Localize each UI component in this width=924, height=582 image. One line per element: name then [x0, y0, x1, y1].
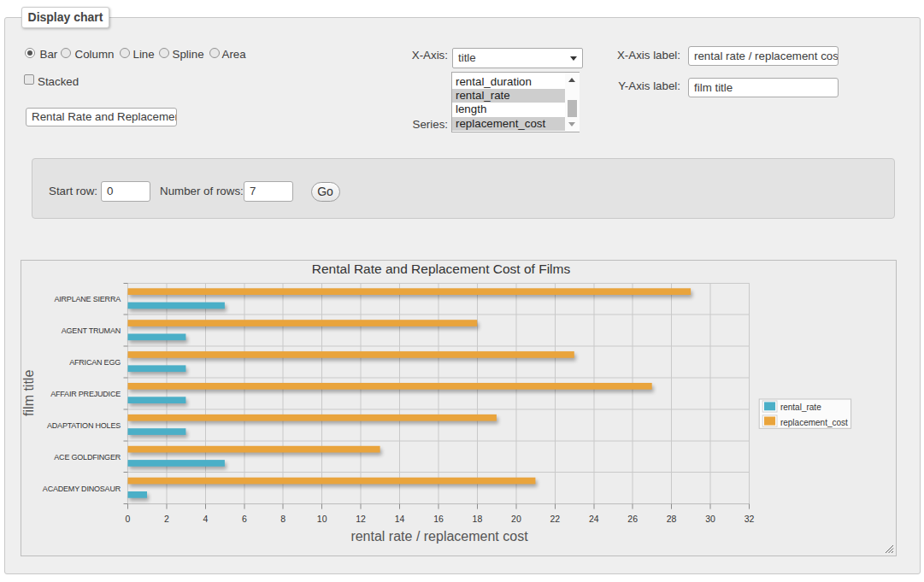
svg-text:12: 12: [356, 514, 366, 524]
svg-text:4: 4: [203, 514, 208, 524]
svg-text:26: 26: [627, 514, 638, 524]
svg-text:replacement_cost: replacement_cost: [780, 418, 848, 427]
svg-text:16: 16: [433, 514, 444, 524]
svg-text:6: 6: [242, 514, 247, 524]
svg-text:ACADEMY DINOSAUR: ACADEMY DINOSAUR: [43, 485, 121, 493]
svg-text:10: 10: [317, 514, 327, 524]
svg-text:Rental Rate and Replacement Co: Rental Rate and Replacement Cost of Film…: [312, 262, 571, 276]
svg-text:AGENT TRUMAN: AGENT TRUMAN: [62, 326, 121, 335]
svg-text:AFFAIR PREJUDICE: AFFAIR PREJUDICE: [50, 390, 121, 398]
svg-text:18: 18: [473, 514, 483, 524]
svg-text:AFRICAN EGG: AFRICAN EGG: [69, 358, 121, 367]
svg-text:22: 22: [550, 514, 560, 524]
svg-text:ACE GOLDFINGER: ACE GOLDFINGER: [54, 453, 121, 461]
svg-text:30: 30: [705, 514, 715, 524]
svg-text:rental_rate: rental_rate: [780, 403, 821, 412]
svg-text:8: 8: [280, 514, 285, 524]
svg-text:rental rate / replacement cost: rental rate / replacement cost: [350, 529, 528, 544]
svg-text:ADAPTATION HOLES: ADAPTATION HOLES: [47, 421, 121, 430]
svg-text:AIRPLANE SIERRA: AIRPLANE SIERRA: [54, 295, 121, 303]
svg-text:20: 20: [511, 514, 521, 524]
svg-text:32: 32: [744, 514, 755, 524]
svg-text:24: 24: [589, 514, 599, 524]
svg-text:2: 2: [164, 514, 169, 524]
svg-text:film title: film title: [21, 370, 36, 416]
svg-text:14: 14: [395, 514, 405, 524]
svg-text:0: 0: [126, 514, 131, 524]
svg-text:28: 28: [667, 514, 677, 524]
